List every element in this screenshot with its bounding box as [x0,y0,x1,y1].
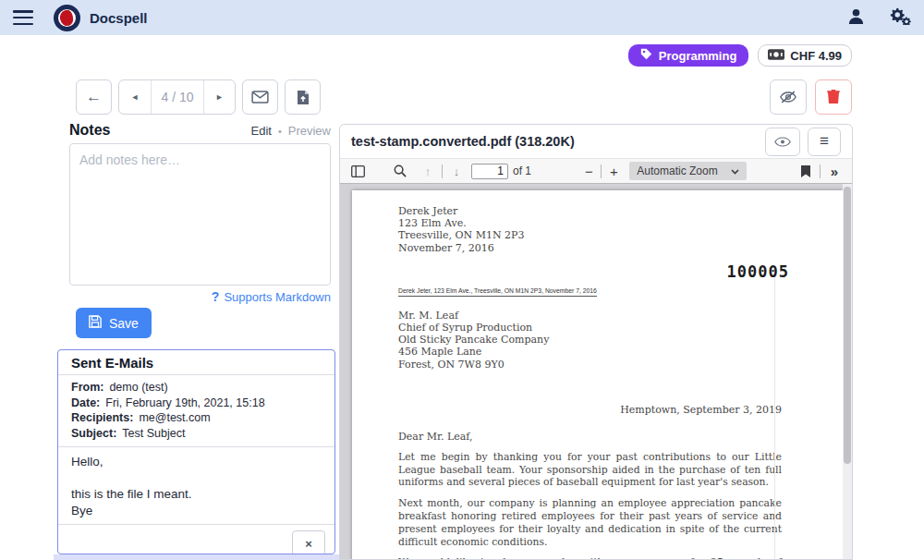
notes-preview-tab[interactable]: Preview [288,124,331,138]
letter-sender-block: Derek Jeter 123 Elm Ave. Treesville, ON … [398,205,782,254]
close-icon: × [305,537,312,551]
bookmark-icon[interactable] [796,161,816,181]
tag-badge-programming[interactable]: Programming [628,44,749,67]
notes-title: Notes [69,122,110,139]
email-body: Hello, this is the file I meant. Bye [58,447,334,525]
amount-label: CHF 4.99 [790,49,842,63]
tag-icon [640,48,652,63]
email-from-row: From:demo (test) [71,380,322,396]
tag-label: Programming [659,49,737,63]
docspell-logo[interactable] [54,5,80,31]
floppy-save-icon [89,315,102,331]
notes-edit-tab[interactable]: Edit [250,124,271,138]
markdown-hint-link[interactable]: ?Supports Markdown [69,289,331,304]
email-subject-row: Subject:Test Subject [71,426,322,442]
letter-paragraph: Let me begin by thanking you for your pa… [398,451,782,489]
zoom-level-select[interactable]: Automatic Zoom [629,162,746,180]
file-menu-button[interactable]: ≡ [808,128,841,156]
chevron-down-icon [731,164,739,177]
pdf-scrollbar[interactable] [843,184,852,559]
stamp-number: 100005 [727,262,789,281]
pdf-page: Derek Jeter 123 Elm Ave. Treesville, ON … [352,190,843,559]
email-list-item-edge[interactable] [54,554,340,560]
page-number-input[interactable] [471,164,508,179]
mode-separator-dot: • [278,126,282,137]
previous-page-icon[interactable]: ↑ [418,161,438,181]
letter-dateline: Hemptown, September 3, 2019 [398,404,782,416]
letter-paragraph: Next month, our company is planning an e… [398,497,782,548]
page-count-label: of 1 [513,164,531,177]
prev-item-button[interactable]: ◄ [119,80,151,114]
prev-icon: ◄ [131,92,140,102]
eye-slash-icon [779,90,797,104]
email-date-row: Date:Fri, February 19th, 2021, 15:18 [71,396,322,411]
email-date-label: Date: [71,396,100,409]
item-tags-row: Programming CHF 4.99 [628,44,852,67]
next-item-button[interactable]: ► [203,80,235,114]
back-button[interactable]: ← [76,79,112,115]
item-position: 4 / 10 [151,80,203,114]
send-mail-button[interactable] [242,79,278,115]
back-arrow-icon: ← [86,88,102,106]
email-recipients-row: Recipients:me@test.com [71,410,322,426]
sent-emails-panel: Sent E-Mails From:demo (test) Date:Fri, … [57,349,335,554]
toolbar-more-icon[interactable]: » [824,161,845,181]
zoom-level-label: Automatic Zoom [637,164,717,177]
email-meta: From:demo (test) Date:Fri, February 19th… [58,375,334,447]
user-icon[interactable] [847,7,865,29]
letter-salutation: Dear Mr. Leaf, [398,431,782,443]
next-icon: ► [215,92,224,102]
pdf-scrollbar-thumb[interactable] [844,187,851,464]
email-body-line [71,470,322,487]
markdown-hint-label: Supports Markdown [224,290,331,304]
amount-badge[interactable]: CHF 4.99 [758,44,852,67]
close-email-button[interactable]: × [292,530,325,554]
email-body-line: Hello, [71,454,322,470]
email-subject-value: Test Subject [122,427,185,440]
notes-header: Notes Edit • Preview [69,122,331,139]
pdf-filename: test-stamp.converted.pdf (318.20K) [351,134,575,149]
question-mark-icon: ? [212,289,220,304]
zoom-out-icon[interactable]: − [580,164,597,179]
trash-icon [827,90,840,104]
letter-paragraph: We would like to place an order with you… [398,556,782,559]
delete-button[interactable] [815,79,852,115]
app-title[interactable]: Docspell [90,10,148,26]
email-subject-label: Subject: [71,427,116,440]
pdfjs-toolbar: ↑ ↓ of 1 − + Automatic Zoom » [340,159,852,184]
email-recipients-label: Recipients: [71,411,133,424]
sent-emails-title: Sent E-Mails [58,350,334,375]
pdf-viewer-panel: test-stamp.converted.pdf (318.20K) ≡ ↑ ↓… [339,124,853,560]
hamburger-menu-icon[interactable] [13,10,33,25]
envelope-icon [251,91,269,103]
email-from-label: From: [71,381,103,394]
notes-input[interactable] [69,143,331,286]
topbar: Docspell [0,0,924,35]
money-icon [768,49,784,63]
email-date-value: Fri, February 19th, 2021, 15:18 [105,396,264,409]
eye-icon [774,136,791,148]
letter-return-address-line: Derek Jeter, 123 Elm Ave., Treesville, O… [398,287,597,297]
letter-recipient-block: Mr. M. Leaf Chief of Syrup Production Ol… [398,310,782,371]
unconfirm-button[interactable] [770,79,807,115]
email-body-line: Bye [71,503,322,519]
sidebar-toggle-icon[interactable] [347,161,368,181]
preview-button[interactable] [765,128,800,156]
search-icon[interactable] [390,161,410,181]
next-page-icon[interactable]: ↓ [446,161,467,181]
pdf-header: test-stamp.converted.pdf (318.20K) ≡ [340,125,852,159]
add-file-button[interactable] [285,79,321,115]
save-label: Save [109,316,139,331]
email-body-line: this is the file I meant. [71,486,322,503]
file-upload-icon [297,90,310,105]
save-notes-button[interactable]: Save [76,308,152,338]
item-pager: ◄ 4 / 10 ► [118,79,236,115]
email-recipients-value: me@test.com [139,411,210,424]
email-from-value: demo (test) [109,381,167,394]
zoom-in-icon[interactable]: + [605,164,622,179]
settings-gears-icon[interactable] [889,6,911,29]
item-actions [770,79,852,115]
item-nav-row: ← ◄ 4 / 10 ► [76,79,321,115]
pdf-document-area[interactable]: Derek Jeter 123 Elm Ave. Treesville, ON … [340,184,852,559]
page-crease [774,269,775,559]
